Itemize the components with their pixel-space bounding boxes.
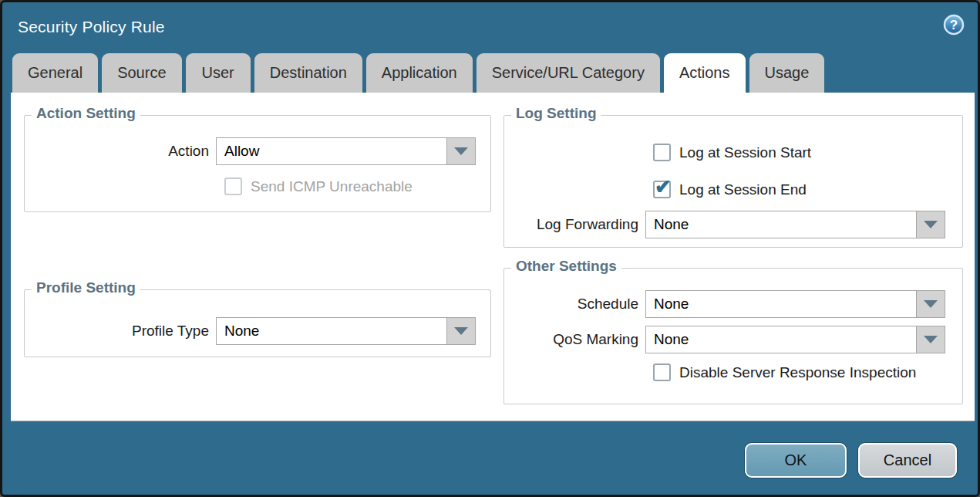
titlebar: Security Policy Rule ?	[2, 2, 978, 52]
svg-text:?: ?	[950, 18, 958, 32]
log-at-session-end-checkbox[interactable]: ✔	[653, 181, 671, 198]
profile-type-dropdown: None	[216, 317, 476, 345]
schedule-dropdown-button[interactable]	[917, 290, 945, 318]
tab-source[interactable]: Source	[102, 53, 181, 93]
log-setting-group: Log Setting Log at Session Start ✔ Log a…	[503, 115, 963, 248]
other-settings-legend: Other Settings	[511, 258, 621, 275]
ok-button[interactable]: OK	[745, 443, 847, 478]
log-forwarding-dropdown-value[interactable]: None	[645, 211, 917, 238]
other-settings-group: Other Settings Schedule None QoS Marking…	[503, 268, 963, 404]
tab-general[interactable]: General	[12, 53, 98, 93]
profile-type-label: Profile Type	[25, 323, 216, 340]
action-setting-group: Action Setting Action Allow Send ICMP Un…	[24, 115, 491, 212]
action-setting-legend: Action Setting	[32, 105, 140, 122]
tab-bar: General Source User Destination Applicat…	[12, 53, 824, 93]
chevron-down-icon	[924, 300, 938, 308]
tab-service-url-category[interactable]: Service/URL Category	[477, 53, 660, 93]
log-forwarding-label: Log Forwarding	[504, 216, 645, 233]
profile-setting-legend: Profile Setting	[32, 279, 140, 296]
security-policy-rule-dialog: Security Policy Rule ? General Source Us…	[0, 0, 980, 497]
chevron-down-icon	[924, 336, 938, 343]
qos-marking-dropdown: None	[645, 326, 945, 353]
disable-server-response-inspection-label[interactable]: Disable Server Response Inspection	[679, 364, 916, 381]
cancel-button[interactable]: Cancel	[858, 443, 957, 478]
action-dropdown: Allow	[216, 137, 476, 165]
tab-destination[interactable]: Destination	[254, 53, 362, 93]
schedule-dropdown: None	[645, 290, 945, 318]
action-dropdown-value[interactable]: Allow	[216, 137, 447, 165]
disable-server-response-inspection-checkbox[interactable]	[653, 363, 671, 381]
qos-marking-label: QoS Marking	[504, 331, 645, 348]
tab-usage[interactable]: Usage	[749, 53, 825, 93]
log-at-session-start-checkbox[interactable]	[653, 144, 671, 161]
qos-marking-dropdown-value[interactable]: None	[645, 326, 917, 353]
tab-application[interactable]: Application	[366, 53, 473, 93]
schedule-label: Schedule	[504, 296, 645, 313]
profile-type-dropdown-value[interactable]: None	[216, 317, 447, 345]
log-at-session-end-label[interactable]: Log at Session End	[679, 181, 807, 198]
tab-actions[interactable]: Actions	[664, 53, 746, 93]
schedule-dropdown-value[interactable]: None	[645, 290, 917, 318]
chevron-down-icon	[454, 327, 468, 335]
log-forwarding-dropdown-button[interactable]	[917, 211, 945, 238]
log-setting-legend: Log Setting	[511, 105, 601, 122]
checkmark-icon: ✔	[655, 177, 672, 197]
action-label: Action	[25, 143, 216, 160]
tab-user[interactable]: User	[186, 53, 251, 93]
profile-type-dropdown-button[interactable]	[447, 317, 476, 345]
log-forwarding-dropdown: None	[645, 211, 945, 238]
dialog-title: Security Policy Rule	[18, 2, 165, 52]
chevron-down-icon	[454, 147, 468, 155]
help-icon[interactable]: ?	[943, 14, 965, 36]
action-dropdown-button[interactable]	[447, 137, 476, 165]
chevron-down-icon	[924, 221, 938, 228]
actions-tab-panel: Action Setting Action Allow Send ICMP Un…	[11, 93, 975, 421]
send-icmp-unreachable-checkbox	[224, 178, 242, 195]
profile-setting-group: Profile Setting Profile Type None	[24, 289, 491, 357]
log-at-session-start-label[interactable]: Log at Session Start	[679, 144, 811, 161]
send-icmp-unreachable-label: Send ICMP Unreachable	[251, 178, 413, 195]
qos-marking-dropdown-button[interactable]	[917, 326, 945, 353]
